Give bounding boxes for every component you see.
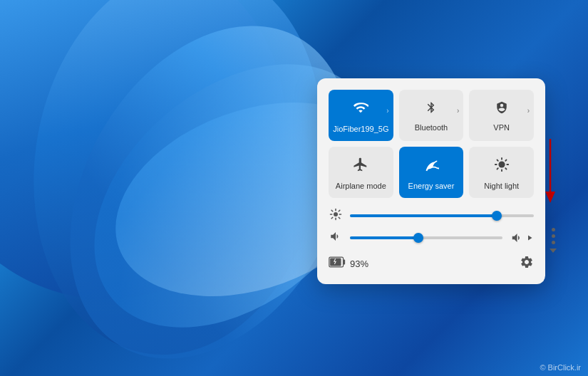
bluetooth-chevron-icon: › (457, 107, 459, 115)
svg-point-2 (498, 161, 505, 167)
energy-icon (423, 157, 439, 176)
brightness-slider-row (329, 208, 534, 223)
nightlight-tile-icon-row (473, 157, 530, 179)
brightness-track[interactable] (350, 214, 534, 217)
watermark-text: © BirClick.ir (540, 363, 581, 372)
wifi-tile[interactable]: › JioFiber199_5G (329, 90, 393, 141)
brightness-icon (329, 208, 343, 223)
sliders-section (329, 208, 534, 245)
svg-line-10 (505, 160, 506, 160)
vpn-tile-label: VPN (493, 123, 510, 132)
battery-info: 93% (329, 256, 368, 272)
dot-1 (552, 228, 555, 231)
wifi-tile-label: JioFiber199_5G (333, 125, 388, 133)
airplane-tile-label: Airplane mode (336, 182, 386, 190)
battery-percent: 93% (350, 258, 368, 269)
volume-end-controls (510, 231, 534, 244)
brightness-thumb[interactable] (492, 211, 502, 221)
volume-icon (329, 230, 343, 245)
energy-tile-icon-row (403, 157, 460, 179)
dot-3 (552, 241, 555, 244)
vpn-chevron-icon: › (527, 107, 530, 115)
svg-line-8 (505, 168, 506, 169)
battery-icon (329, 256, 346, 272)
svg-line-16 (331, 210, 333, 212)
nightlight-icon (494, 157, 510, 176)
airplane-icon (353, 157, 368, 176)
bluetooth-icon (425, 101, 438, 118)
svg-line-9 (497, 168, 497, 169)
nightlight-tile[interactable]: Night light (469, 147, 534, 198)
energy-tile[interactable]: Energy saver (399, 147, 464, 198)
settings-icon[interactable] (520, 255, 534, 273)
page-dots-indicator (550, 228, 557, 253)
volume-fill (350, 236, 418, 239)
tiles-grid: › JioFiber199_5G › Bluetooth (329, 90, 534, 198)
volume-track[interactable] (350, 236, 502, 239)
wifi-chevron-icon: › (386, 107, 388, 115)
battery-section: 93% (329, 255, 534, 273)
svg-marker-1 (545, 192, 555, 203)
vpn-tile-icon-row: › (473, 101, 530, 120)
bluetooth-tile-label: Bluetooth (415, 123, 448, 132)
bluetooth-tile[interactable]: › Bluetooth (399, 90, 464, 141)
svg-line-18 (331, 217, 333, 219)
svg-point-11 (334, 212, 338, 216)
nightlight-tile-label: Night light (484, 182, 519, 190)
svg-line-17 (339, 217, 340, 219)
energy-tile-label: Energy saver (408, 182, 455, 190)
quick-settings-panel: › JioFiber199_5G › Bluetooth (317, 78, 545, 284)
vpn-icon (495, 101, 508, 118)
svg-line-19 (339, 210, 340, 212)
volume-thumb[interactable] (413, 233, 423, 243)
brightness-fill (350, 214, 497, 217)
wifi-icon (353, 100, 368, 119)
svg-rect-21 (344, 260, 346, 265)
volume-slider-row (329, 230, 534, 245)
chevron-down-icon (550, 249, 557, 253)
dot-2 (552, 234, 555, 238)
bluetooth-tile-icon-row: › (403, 101, 460, 120)
red-arrow-indicator (545, 139, 555, 206)
airplane-tile[interactable]: Airplane mode (329, 147, 393, 198)
airplane-tile-icon-row (333, 157, 389, 179)
svg-line-7 (497, 160, 497, 160)
vpn-tile[interactable]: › VPN (469, 90, 534, 141)
wifi-tile-icon-row: › (333, 100, 389, 122)
